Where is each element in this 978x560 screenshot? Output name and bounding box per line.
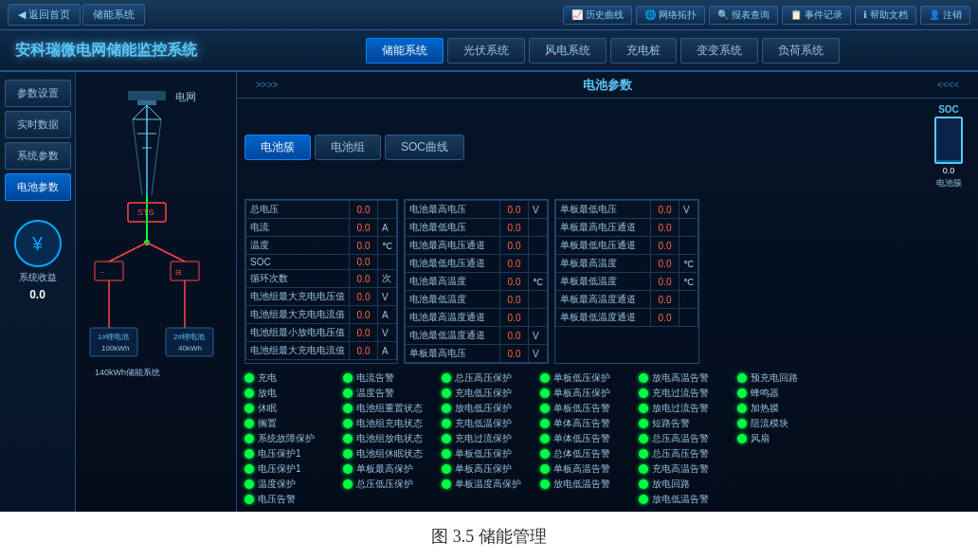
report-query-btn[interactable]: 🔍 报表查询 xyxy=(709,6,778,25)
status-indicator xyxy=(244,495,254,504)
status-indicator xyxy=(244,388,254,398)
list-item: 温度告警 xyxy=(343,387,438,400)
nav-charging-pile[interactable]: 充电桩 xyxy=(610,38,677,63)
status-indicator xyxy=(737,373,747,383)
table-row: 温度 0.0 ℃ xyxy=(246,237,397,255)
status-indicator xyxy=(343,388,353,398)
list-item: 放电 xyxy=(244,387,339,400)
list-item: 预充电回路 xyxy=(737,371,832,385)
list-item: 放电回路 xyxy=(639,478,734,491)
table-row: 单板最低温度 0.0 ℃ xyxy=(556,273,698,291)
list-item: 加热膜 xyxy=(737,402,832,415)
status-indicator xyxy=(737,419,747,428)
list-item: 单体低压告警 xyxy=(540,432,635,445)
status-indicator xyxy=(343,373,353,383)
profit-label: 系统收益 xyxy=(19,271,57,284)
status-col3: 总压高压保护 充电低压保护 放电低压保护 充电低温保护 充电过流保护 单板低压保… xyxy=(442,371,536,506)
network-topology-btn[interactable]: 🌐 网络拓扑 xyxy=(636,6,705,25)
nav-pv-system[interactable]: 光伏系统 xyxy=(447,38,525,63)
soc-battery-icon xyxy=(934,117,963,164)
profit-value: 0.0 xyxy=(29,288,45,301)
list-item: 总体低压告警 xyxy=(540,447,635,461)
status-indicator xyxy=(442,479,451,489)
list-item: 充电过流保护 xyxy=(442,432,536,445)
svg-text:STS: STS xyxy=(137,208,154,217)
sidebar-item-sysparams[interactable]: 系统参数 xyxy=(5,142,71,170)
status-indicator xyxy=(244,449,254,459)
status-indicator xyxy=(442,419,451,428)
table-row: 循环次数 0.0 次 xyxy=(246,270,397,288)
app-title: 安科瑞微电网储能监控系统 xyxy=(15,41,197,61)
list-item: 搁置 xyxy=(244,417,339,430)
sidebar-item-battery[interactable]: 电池参数 xyxy=(5,173,71,201)
list-item: 放电过流告警 xyxy=(639,402,734,415)
sidebar-item-realtime[interactable]: 实时数据 xyxy=(5,111,71,138)
history-curve-btn[interactable]: 📈 历史曲线 xyxy=(563,6,632,25)
network-area: 电网 STS xyxy=(76,72,237,512)
list-item: 放电低压保护 xyxy=(442,402,536,415)
list-item: 温度保护 xyxy=(244,478,339,491)
params-section: 总电压 0.0 电流 0.0 A 温度 0.0 xyxy=(237,195,978,368)
table-row: 电池组最大充电电流值 0.0 A xyxy=(246,342,397,360)
list-item: 充电 xyxy=(244,371,339,385)
params-col1: 总电压 0.0 电流 0.0 A 温度 0.0 xyxy=(244,199,398,364)
nav-transformer[interactable]: 变变系统 xyxy=(680,38,758,63)
list-item: 总压高压保护 xyxy=(442,371,536,385)
status-indicator xyxy=(639,404,648,413)
list-item: 总压高压告警 xyxy=(639,447,734,461)
list-item: 充电高温告警 xyxy=(639,462,734,476)
tab-battery-group[interactable]: 电池组 xyxy=(315,135,381,160)
svg-line-10 xyxy=(152,119,161,195)
list-item: 单体高压告警 xyxy=(540,417,635,430)
list-item: 单板高压保护 xyxy=(442,462,536,476)
logout-button[interactable]: 👤 注销 xyxy=(920,6,970,25)
nav-wind-system[interactable]: 风电系统 xyxy=(529,38,607,63)
status-indicator xyxy=(639,479,648,489)
status-indicator xyxy=(737,434,747,443)
soc-section: SOC 0.0 电池簇 xyxy=(934,104,963,190)
status-indicator xyxy=(343,479,353,489)
tab-soc-curve[interactable]: SOC曲线 xyxy=(385,135,464,160)
app-container: ◀ 返回首页 储能系统 📈 历史曲线 🌐 网络拓扑 🔍 报表查 xyxy=(0,0,978,512)
top-nav-left: ◀ 返回首页 储能系统 xyxy=(0,4,153,26)
sidebar-item-params[interactable]: 参数设置 xyxy=(5,80,71,107)
profit-icon: ¥ xyxy=(14,220,62,267)
back-button[interactable]: ◀ 返回首页 xyxy=(8,4,81,26)
list-item: 电池组休眠状态 xyxy=(343,447,438,461)
status-indicator xyxy=(540,479,550,489)
table-row: 电池最低电压通道 0.0 xyxy=(406,255,548,273)
status-indicator xyxy=(639,388,648,398)
status-col4: 单板低压保护 单板高压保护 单板低压告警 单体高压告警 单体低压告警 总体低压告… xyxy=(540,371,635,506)
list-item: 电池组充电状态 xyxy=(343,417,438,430)
nav-storage-system[interactable]: 储能系统 xyxy=(366,38,444,63)
soc-battery-name: 电池簇 xyxy=(936,177,962,190)
help-doc-btn[interactable]: ℹ 帮助文档 xyxy=(855,6,916,25)
svg-text:2#锂电池: 2#锂电池 xyxy=(173,333,205,341)
caption-text: 图 3.5 储能管理 xyxy=(431,525,547,548)
record-icon: 📋 xyxy=(790,9,802,20)
status-indicator xyxy=(343,464,353,474)
status-indicator xyxy=(244,464,254,474)
soc-fill xyxy=(936,160,961,162)
status-indicator xyxy=(343,449,353,459)
system-button[interactable]: 储能系统 xyxy=(82,4,145,26)
status-indicator xyxy=(540,419,550,428)
tab-battery-cluster[interactable]: 电池簇 xyxy=(244,135,311,160)
svg-text:~: ~ xyxy=(100,268,104,277)
list-item: 充电过流告警 xyxy=(639,387,734,400)
list-item: 单板最高保护 xyxy=(343,462,438,476)
status-indicator xyxy=(244,419,254,428)
status-col5: 放电高温告警 充电过流告警 放电过流告警 短路告警 总压高温告警 总压高压告警 … xyxy=(639,371,734,506)
status-indicator xyxy=(244,373,254,383)
svg-text:100kWh: 100kWh xyxy=(101,344,129,352)
table-row: 单板最低电压通道 0.0 xyxy=(556,237,698,255)
list-item: 单板高压保护 xyxy=(540,387,635,400)
soc-value: 0.0 xyxy=(943,166,955,175)
params-col3: 单板最低电压 0.0 V 单板最高电压通道 0.0 单板最低电压通道 xyxy=(554,199,699,364)
nav-load-system[interactable]: 负荷系统 xyxy=(762,38,840,63)
tab-bar: 电池簇 电池组 SOC曲线 SOC 0.0 电池簇 xyxy=(237,99,978,195)
event-record-btn[interactable]: 📋 事件记录 xyxy=(782,6,851,25)
status-indicator xyxy=(442,373,451,383)
svg-rect-1 xyxy=(128,91,166,100)
list-item: 单板温度高保护 xyxy=(442,478,536,491)
